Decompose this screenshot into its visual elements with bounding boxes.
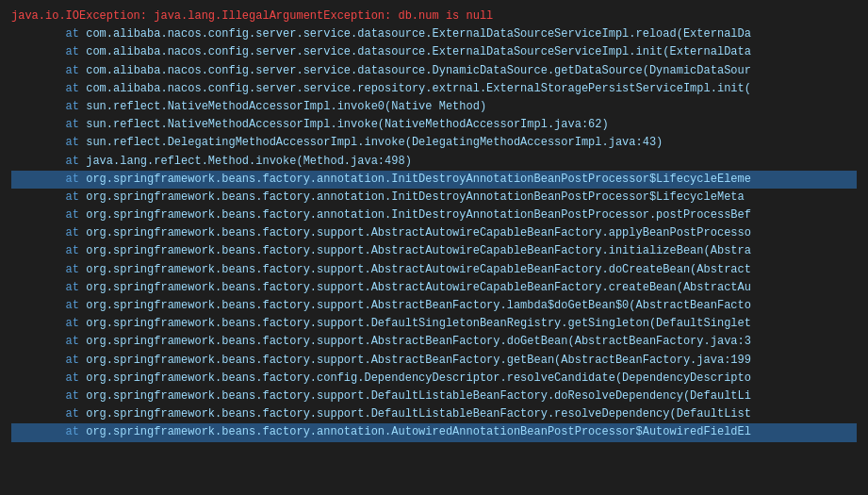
stack-line: at org.springframework.beans.factory.sup… (11, 333, 857, 351)
stack-line: at org.springframework.beans.factory.ann… (11, 423, 857, 441)
stack-line: at org.springframework.beans.factory.sup… (11, 388, 857, 405)
stack-line: at com.alibaba.nacos.config.server.servi… (11, 25, 857, 43)
stack-line: at org.springframework.beans.factory.sup… (11, 315, 857, 333)
stack-line: at com.alibaba.nacos.config.server.servi… (11, 80, 857, 98)
stack-line: at org.springframework.beans.factory.ann… (11, 189, 857, 206)
stack-line: at org.springframework.beans.factory.sup… (11, 261, 857, 279)
stack-line: at org.springframework.beans.factory.sup… (11, 297, 857, 315)
code-container: java.io.IOException: java.lang.IllegalAr… (0, 0, 868, 495)
stack-line: java.io.IOException: java.lang.IllegalAr… (11, 8, 857, 25)
stack-line: at com.alibaba.nacos.config.server.servi… (11, 62, 857, 80)
stack-line: at com.alibaba.nacos.config.server.servi… (11, 43, 857, 61)
stack-line: at org.springframework.beans.factory.ann… (11, 171, 857, 189)
stack-line: at org.springframework.beans.factory.sup… (11, 279, 857, 297)
stack-line: at sun.reflect.NativeMethodAccessorImpl.… (11, 116, 857, 134)
stack-line: at org.springframework.beans.factory.ann… (11, 206, 857, 224)
stack-line: at sun.reflect.NativeMethodAccessorImpl.… (11, 98, 857, 116)
stack-line: at org.springframework.beans.factory.sup… (11, 242, 857, 260)
stack-line: at org.springframework.beans.factory.sup… (11, 405, 857, 423)
stack-line: at sun.reflect.DelegatingMethodAccessorI… (11, 134, 857, 152)
stack-line: at org.springframework.beans.factory.con… (11, 370, 857, 388)
stack-line: at org.springframework.beans.factory.sup… (11, 352, 857, 370)
stack-line: at java.lang.reflect.Method.invoke(Metho… (11, 153, 857, 171)
stack-line: at org.springframework.beans.factory.sup… (11, 224, 857, 242)
